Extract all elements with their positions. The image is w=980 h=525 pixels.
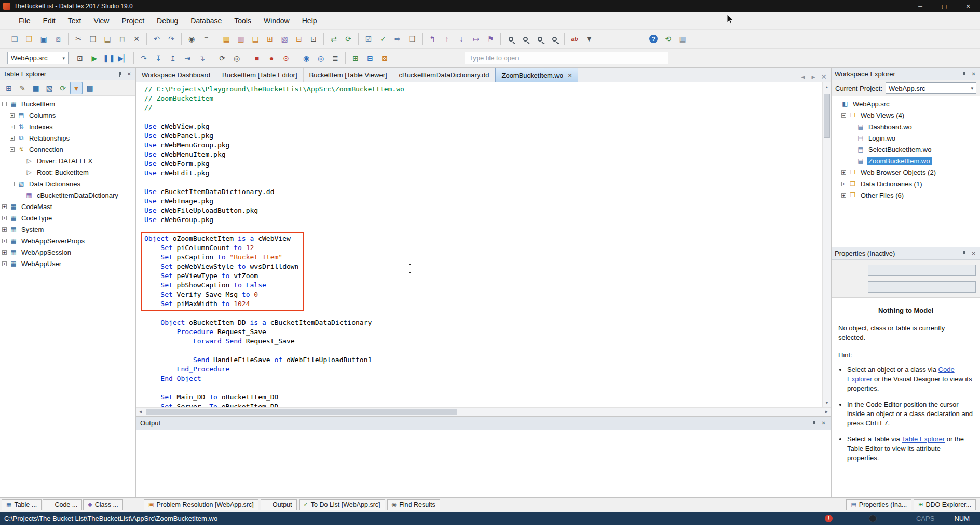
object-selector-combo[interactable] [868,265,976,276]
copy-icon[interactable]: ❑ [86,32,100,46]
find-file-icon[interactable] [548,32,561,46]
table-wizard-icon[interactable]: ⊞ [263,32,277,46]
menu-item-edit[interactable]: Edit [37,12,62,29]
workspace-settings-icon[interactable]: ⊡ [73,51,87,65]
stop-debugging-icon[interactable]: ■ [250,51,264,65]
connectivity-icon[interactable]: ⇄ [327,32,341,46]
table-explorer-link[interactable]: Table Explorer [902,435,945,443]
find-previous-icon[interactable] [519,32,532,46]
minus-expander-icon[interactable]: − [841,113,846,118]
plus-expander-icon[interactable]: + [2,261,7,266]
table-properties-icon[interactable]: ▤ [84,82,96,94]
bookmark-icon[interactable]: ⚑ [484,32,497,46]
record-macro-icon[interactable]: ◉ [185,32,198,46]
plus-expander-icon[interactable]: + [841,182,846,186]
new-table-icon[interactable]: ⊞ [3,82,15,94]
plus-expander-icon[interactable]: + [2,204,7,209]
breakpoints-window-icon[interactable]: ⊙ [279,51,293,65]
table-viewer-icon[interactable]: ▤ [249,32,262,46]
tree-item-zoombucketitem-wo[interactable]: ▤ZoomBucketItem.wo [832,155,980,167]
editor-tab-workspace-dashboard[interactable]: Workspace Dashboard [136,68,216,82]
redo-icon[interactable]: ↷ [165,32,178,46]
vertical-scrollbar[interactable]: ▲ ▼ [822,82,831,407]
tree-item-indexes[interactable]: +⇅Indexes [0,121,135,132]
open-file-search-input[interactable] [465,52,668,64]
open-workspace-icon[interactable]: ❐ [22,32,36,46]
menu-item-project[interactable]: Project [115,12,151,29]
tabs-scroll-right-icon[interactable]: ▸ [809,72,818,82]
plus-expander-icon[interactable]: + [841,170,846,175]
pin-icon[interactable] [961,71,968,77]
navigate-backward-icon[interactable]: ↰ [426,32,439,46]
grid-export-icon[interactable]: ⊠ [378,51,391,65]
replace-icon[interactable]: ab [568,32,581,46]
run-icon[interactable]: ▶ [88,51,101,65]
editor-tab-cbucketitemdatadictionary-dd[interactable]: cBucketItemDataDictionary.dd [393,68,496,82]
lock-icon[interactable]: ⊓ [115,32,129,46]
print-icon[interactable]: ≡ [199,32,213,46]
refresh-tables-icon[interactable]: ⟳ [57,82,69,94]
pin-icon[interactable] [961,251,968,257]
scroll-up-icon[interactable]: ▲ [823,82,831,91]
plus-expander-icon[interactable]: + [2,227,7,232]
tab-close-icon[interactable]: ✕ [819,72,828,82]
code-editor[interactable]: // C:\Projects\Playground\TheBucketList\… [136,82,831,407]
tree-item-columns[interactable]: +▤Columns [0,109,135,121]
scrollbar-thumb[interactable] [146,409,457,415]
minus-expander-icon[interactable]: − [10,147,15,152]
delete-icon[interactable]: ✕ [130,32,143,46]
menu-item-database[interactable]: Database [184,12,228,29]
plus-expander-icon[interactable]: + [2,239,7,243]
tree-item-dashboard-wo[interactable]: ▤Dashboard.wo [832,121,980,132]
tree-item-web-views-4[interactable]: −❒Web Views (4) [832,109,980,121]
plus-expander-icon[interactable]: + [2,250,7,255]
panel-tab-properties-ina[interactable]: ▤Properties (Ina... [846,499,911,510]
paste-icon[interactable]: ▤ [101,32,114,46]
plus-expander-icon[interactable]: + [2,216,7,220]
pin-icon[interactable] [117,71,123,77]
tree-item-selectbucketitem-wo[interactable]: ▤SelectBucketItem.wo [832,144,980,155]
tree-item-codemast[interactable]: +▦CodeMast [0,201,135,212]
table-wizard-icon[interactable]: ▧ [43,82,56,94]
locals-window-icon[interactable]: ◎ [314,51,328,65]
panel-tab-ddo-explorer[interactable]: ⊞DDO Explorer... [914,499,976,510]
tree-item-webappuser[interactable]: +▦WebAppUser [0,258,135,269]
tree-item-root-bucketitem[interactable]: ▷Root: BucketItem [0,167,135,178]
minus-expander-icon[interactable]: − [834,102,838,106]
edit-table-icon[interactable]: ✎ [16,82,29,94]
panel-tab-find-results[interactable]: ◉Find Results [387,499,440,510]
grid-edit-icon[interactable]: ⊟ [363,51,377,65]
synchronize-icon[interactable]: ⟳ [342,32,355,46]
menu-item-debug[interactable]: Debug [151,12,184,29]
editor-tab-zoombucketitem-wo[interactable]: ZoomBucketItem.wo✕ [495,68,578,82]
undo-icon[interactable]: ↶ [150,32,164,46]
step-over-icon[interactable]: ▶▏ [117,51,130,65]
error-indicator-icon[interactable]: ! [825,515,833,522]
plus-expander-icon[interactable]: + [10,125,15,129]
toggle-breakpoint-icon[interactable]: ● [265,51,278,65]
panel-tab-problem-resolution-webapp-src[interactable]: ▣Problem Resolution [WebApp.src] [144,499,258,510]
data-dictionary-modeler-icon[interactable]: ▧ [278,32,291,46]
new-file-icon[interactable]: ❏ [8,32,21,46]
editor-tab-bucketitem-table-editor[interactable]: BucketItem [Table Editor] [216,68,304,82]
cut-icon[interactable]: ✂ [72,32,85,46]
validate-icon[interactable]: ✓ [376,32,390,46]
tree-item-data-dictionaries-1[interactable]: +❒Data Dictionaries (1) [832,178,980,189]
current-project-combo[interactable]: WebApp.src ▾ [886,82,976,94]
database-explorer-icon[interactable]: ⊡ [307,32,320,46]
close-button[interactable]: ✕ [956,0,980,12]
restart-icon[interactable]: ↷ [137,51,151,65]
pause-icon[interactable]: ❚❚ [102,51,116,65]
refresh-icon[interactable]: ⟳ [215,51,229,65]
minus-expander-icon[interactable]: − [10,182,15,186]
tree-item-cbucketitemdatadictionary[interactable]: ▦cBucketItemDataDictionary [0,189,135,201]
show-current-statement-icon[interactable]: ◎ [230,51,243,65]
class-selector-combo[interactable] [868,281,976,293]
panel-tab-output[interactable]: ≣Output [261,499,297,510]
maximize-button[interactable]: ▢ [932,0,956,12]
tree-item-system[interactable]: +▦System [0,224,135,235]
tree-item-web-browser-objects-2[interactable]: +❒Web Browser Objects (2) [832,167,980,178]
panel-tab-to-do-list-webapp-src[interactable]: ✓To Do List [WebApp.src] [299,499,385,510]
tree-item-driver-dataflex[interactable]: ▷Driver: DATAFLEX [0,155,135,167]
editor-tab-bucketitem-table-viewer[interactable]: BucketItem [Table Viewer] [304,68,393,82]
